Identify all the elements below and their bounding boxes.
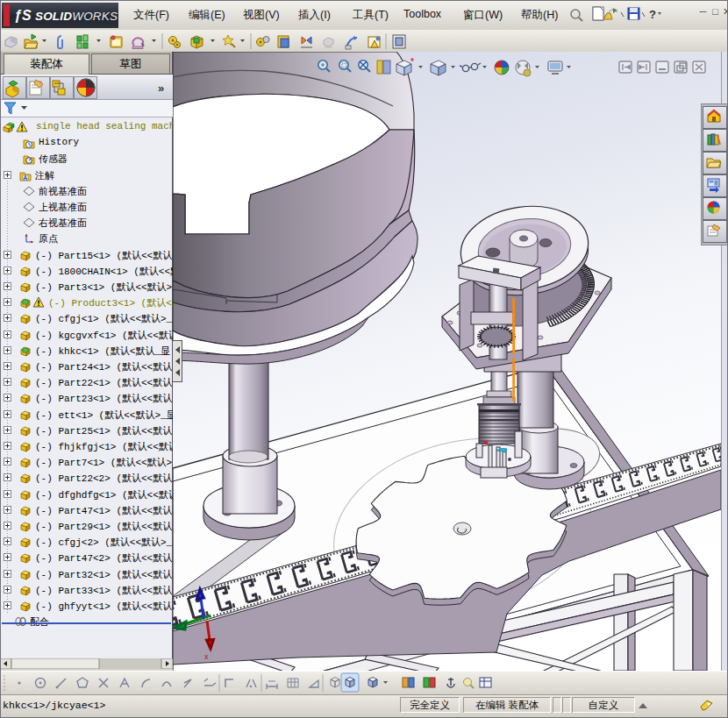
- svg-text:A: A: [24, 174, 28, 181]
- svg-text:»: »: [158, 82, 164, 95]
- svg-text:x: x: [204, 652, 209, 661]
- svg-text:?: ?: [649, 8, 656, 21]
